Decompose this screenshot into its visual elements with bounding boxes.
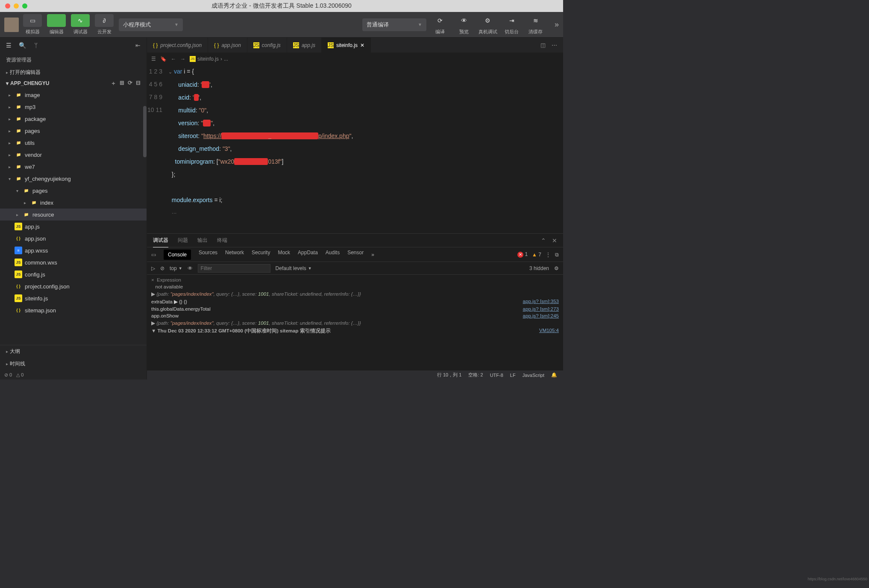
source-link[interactable]: app.js? [sm]:245	[523, 313, 559, 318]
new-folder-icon[interactable]: ⊞	[120, 79, 124, 87]
tree-image[interactable]: ▸📁image	[0, 89, 147, 101]
toolbar-清缓存[interactable]: ≋清缓存	[526, 14, 545, 35]
forward-icon[interactable]: →	[180, 56, 185, 62]
toolbar-调试器[interactable]: ∿调试器	[71, 14, 90, 35]
avatar[interactable]	[4, 18, 19, 32]
toolbar-切后台[interactable]: ⇥切后台	[502, 14, 521, 35]
chevron-up-icon[interactable]: ⌃	[541, 237, 546, 244]
language-info[interactable]: JavaScript	[523, 373, 544, 378]
indent-info[interactable]: 空格: 2	[468, 372, 483, 378]
levels-dropdown[interactable]: Default levels ▼	[276, 265, 312, 271]
tree-we7[interactable]: ▸📁we7	[0, 161, 147, 173]
open-editors-section[interactable]: ▸打开的编辑器	[0, 67, 147, 78]
devtab-Network[interactable]: Network	[225, 250, 244, 260]
console-row[interactable]: extraData ▶ {} {}app.js? [sm]:353	[151, 298, 559, 306]
source-link[interactable]: app.js? [sm]:273	[523, 306, 559, 312]
tree-pages[interactable]: ▸📁pages	[0, 125, 147, 137]
toolbar-编辑器[interactable]: 编辑器	[47, 14, 66, 35]
tab-project.config.json[interactable]: { }project.config.json	[147, 38, 208, 53]
tree-project.config.json[interactable]: { }project.config.json	[0, 280, 147, 292]
eye-icon[interactable]: 👁	[188, 265, 193, 271]
maximize-window-icon[interactable]	[22, 3, 27, 9]
console-row[interactable]: app.onShowapp.js? [sm]:245	[151, 312, 559, 319]
collapse-all-icon[interactable]: ⊟	[136, 79, 141, 87]
toolbar-模拟器[interactable]: ▭模拟器	[23, 14, 42, 35]
close-window-icon[interactable]	[5, 3, 10, 9]
panel-tab-终端[interactable]: 终端	[217, 234, 227, 247]
tree-vendor[interactable]: ▸📁vendor	[0, 149, 147, 161]
bell-icon[interactable]: 🔔	[551, 372, 557, 378]
context-dropdown[interactable]: top ▼	[170, 265, 182, 271]
devtab-Mock[interactable]: Mock	[278, 250, 290, 260]
tree-package[interactable]: ▸📁package	[0, 113, 147, 125]
tree-resource[interactable]: ▸📁resource	[0, 209, 147, 220]
source-link[interactable]: app.js? [sm]:353	[523, 299, 559, 305]
mode-dropdown[interactable]: 小程序模式▼	[119, 18, 183, 31]
outline-section[interactable]: ▸大纲	[0, 345, 147, 358]
panel-tab-调试器[interactable]: 调试器	[153, 234, 168, 247]
cursor-position[interactable]: 行 10，列 1	[437, 372, 461, 378]
tree-sitemap.json[interactable]: { }sitemap.json	[0, 304, 147, 316]
console-row[interactable]: this.globalData.energyTotalapp.js? [sm]:…	[151, 306, 559, 312]
minimize-window-icon[interactable]	[14, 3, 19, 9]
clear-icon[interactable]: ⊘	[160, 265, 164, 271]
dock-icon[interactable]: ⧉	[555, 252, 559, 258]
console-row[interactable]: ▶ {path: "pages/index/index", query: {…}…	[151, 290, 559, 298]
console-row[interactable]: ▶ {path: "pages/index/index", query: {…}…	[151, 319, 559, 327]
devtab-Console[interactable]: Console	[164, 250, 191, 260]
eol-info[interactable]: LF	[510, 373, 516, 378]
tab-app.json[interactable]: { }app.json	[208, 38, 247, 53]
toolbar-云开发[interactable]: ∂云开发	[95, 14, 114, 35]
scrollbar-thumb[interactable]	[143, 106, 147, 157]
split-icon[interactable]: ◫	[540, 42, 546, 48]
panel-tab-输出[interactable]: 输出	[197, 234, 208, 247]
encoding-info[interactable]: UTF-8	[490, 373, 503, 378]
tab-siteinfo.js[interactable]: JSsiteinfo.js ✕	[322, 38, 371, 53]
devtab-Security[interactable]: Security	[252, 250, 270, 260]
breadcrumb-path[interactable]: JS siteinfo.js › ...	[190, 56, 228, 62]
close-icon[interactable]: ✕	[552, 237, 557, 244]
compile-dropdown[interactable]: 普通编译▼	[362, 18, 426, 31]
devtools-select-icon[interactable]: ▭	[151, 252, 156, 258]
devtab-Sensor[interactable]: Sensor	[347, 250, 364, 260]
bookmark-icon[interactable]: 🔖	[160, 56, 167, 62]
warn-badge[interactable]: ▲	[532, 252, 537, 258]
close-icon[interactable]: ✕	[360, 42, 364, 48]
outline-icon[interactable]: ☰	[151, 56, 156, 62]
play-icon[interactable]: ▷	[151, 265, 155, 271]
collapse-icon[interactable]: ⇤	[132, 39, 144, 51]
error-badge[interactable]: ✕	[517, 252, 523, 258]
search-icon[interactable]: 🔍	[16, 39, 28, 51]
tree-common.wxs[interactable]: JScommon.wxs	[0, 256, 147, 268]
tree-index[interactable]: ▸📁index	[0, 197, 147, 209]
panel-tab-问题[interactable]: 问题	[178, 234, 188, 247]
more-icon[interactable]: »	[555, 20, 559, 29]
toolbar-编译[interactable]: ⟳编译	[431, 14, 449, 35]
console-row[interactable]: ▼ Thu Dec 03 2020 12:33:12 GMT+0800 (中国标…	[151, 327, 559, 335]
tree-yf_chengyujiekong[interactable]: ▾📁yf_chengyujiekong	[0, 173, 147, 185]
tab-app.js[interactable]: JSapp.js	[287, 38, 322, 53]
console-output[interactable]: × Expression not available▶ {path: "page…	[147, 275, 563, 370]
tree-config.js[interactable]: JSconfig.js	[0, 268, 147, 280]
tab-config.js[interactable]: JSconfig.js	[247, 38, 287, 53]
tree-app.js[interactable]: JSapp.js	[0, 220, 147, 232]
tree-pages[interactable]: ▾📁pages	[0, 185, 147, 197]
gear-icon[interactable]: ⚙	[554, 265, 559, 271]
new-file-icon[interactable]: ＋	[111, 79, 116, 87]
devtab-Audits[interactable]: Audits	[326, 250, 340, 260]
back-icon[interactable]: ←	[171, 56, 176, 62]
code-editor[interactable]: 1 2 3 4 5 6 7 8 9 10 11 ⌄ var i = { unia…	[147, 65, 563, 233]
devtools-more-icon[interactable]: »	[371, 252, 374, 258]
filter-input[interactable]	[198, 264, 270, 273]
kebab-icon[interactable]: ⋮	[546, 252, 551, 258]
hidden-count[interactable]: 3 hidden	[529, 265, 549, 271]
tree-app.wxss[interactable]: ≡app.wxss	[0, 244, 147, 256]
devtab-Sources[interactable]: Sources	[199, 250, 217, 260]
tree-app.json[interactable]: { }app.json	[0, 232, 147, 244]
branch-icon[interactable]: ᛘ	[30, 39, 42, 51]
refresh-icon[interactable]: ⟳	[128, 79, 132, 87]
timeline-section[interactable]: ▸时间线	[0, 358, 147, 370]
source-link[interactable]: VM105:4	[539, 328, 559, 334]
tree-utils[interactable]: ▸📁utils	[0, 137, 147, 149]
project-header[interactable]: ▾APP_CHENGYU ＋ ⊞ ⟳ ⊟	[0, 78, 147, 89]
